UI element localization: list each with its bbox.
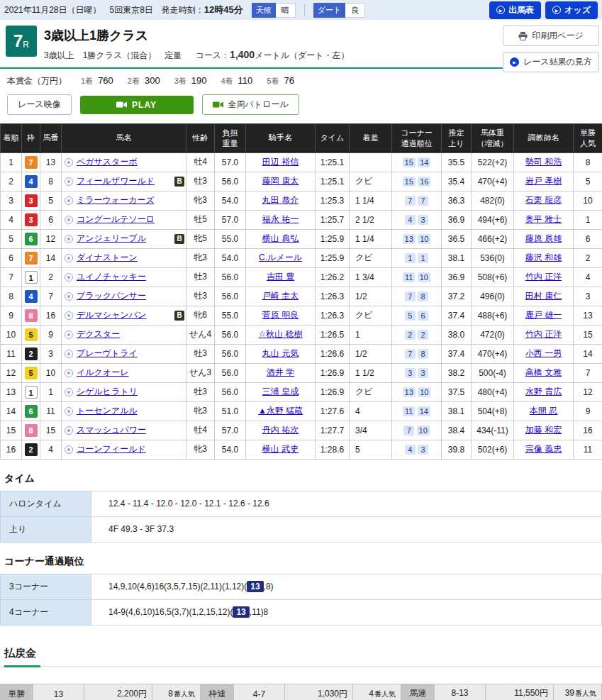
- horse-name-link[interactable]: コングールテソーロ: [77, 213, 155, 226]
- trainer-link[interactable]: 田村 康仁: [525, 291, 562, 301]
- blinker-badge: B: [174, 311, 184, 321]
- jockey-link[interactable]: 丸山 元気: [262, 348, 299, 358]
- frame-number-badge: 5: [25, 367, 38, 379]
- horse-name-link[interactable]: フィールザワールド: [77, 175, 155, 187]
- trainer-link[interactable]: 高橋 文雅: [525, 367, 562, 377]
- trainer-link[interactable]: 水野 貴広: [525, 387, 562, 396]
- jockey-cell: 横山 典弘: [246, 229, 316, 248]
- margin: 1 1/2: [350, 363, 392, 382]
- finish-time: 1:25.1: [316, 172, 350, 191]
- trainer-link[interactable]: 石栗 龍彦: [525, 195, 562, 205]
- horse-name-cell: イルクオーレ: [62, 363, 186, 382]
- trainer-link[interactable]: 勢司 和浩: [525, 157, 562, 167]
- prize-amount: 760: [98, 75, 113, 86]
- jockey-cell: 戸崎 圭太: [246, 287, 316, 306]
- odds-button[interactable]: ▶オッズ: [545, 1, 598, 19]
- trainer-link[interactable]: 竹内 正洋: [525, 272, 562, 282]
- jockey-cell: 三浦 皇成: [246, 382, 316, 401]
- finish-time: 1:26.9: [316, 363, 350, 382]
- carried-weight: 56.0: [215, 287, 246, 306]
- jockey-link[interactable]: 丹内 祐次: [262, 425, 299, 435]
- corner-pass-number: 10: [418, 272, 430, 282]
- sex-age: 牝5: [186, 229, 215, 248]
- patrol-button[interactable]: 全周パトロール: [202, 94, 299, 115]
- jockey-link[interactable]: C.ルメール: [259, 252, 302, 262]
- blinker-badge: B: [174, 177, 184, 187]
- jockey-link[interactable]: ▲永野 猛蔵: [258, 406, 303, 416]
- horse-name-link[interactable]: コーンフィールド: [77, 443, 146, 455]
- trainer-link[interactable]: 岩戸 孝樹: [525, 176, 562, 186]
- print-button[interactable]: 印刷用ページ: [503, 26, 599, 46]
- trainer-link[interactable]: 藤原 辰雄: [525, 233, 562, 243]
- results-header-row: 着順 枠 馬番 馬名 性齢 負担 重量 騎手名 タイム 着差 コーナー 通過順位…: [1, 124, 602, 153]
- horse-name-link[interactable]: シゲルヒラトリ: [77, 386, 138, 398]
- payout-table-bracket-wide: 枠連4-71,030円4番人気ワイド8-133,120円38番人気5-136,3…: [201, 684, 401, 700]
- jockey-link[interactable]: 横山 典弘: [262, 233, 299, 243]
- trainer-link[interactable]: 藤沢 和雄: [525, 252, 562, 262]
- jockey-link[interactable]: 田辺 裕信: [262, 157, 299, 167]
- margin: [350, 152, 392, 172]
- horse-number: 4: [40, 440, 62, 459]
- corner-order-text: ,11)8: [250, 607, 268, 617]
- jockey-link[interactable]: 吉田 豊: [267, 272, 294, 282]
- entries-button[interactable]: ▶出馬表: [489, 1, 541, 19]
- horse-name-cell: ブラックパンサー: [62, 287, 186, 306]
- corner-passing: 15 14: [392, 152, 442, 172]
- horse-weight: 494(+6): [472, 210, 514, 229]
- sex-age: 牡3: [186, 267, 215, 287]
- course-label: コース：: [196, 50, 230, 60]
- jockey-link[interactable]: 福永 祐一: [262, 214, 299, 224]
- horse-name-cell: ブレーヴトライ: [62, 344, 186, 363]
- horse-name-link[interactable]: トーセンアルル: [77, 405, 138, 417]
- trainer-link[interactable]: 竹内 正洋: [525, 329, 562, 339]
- horse-name-cell: ミラーウォーカーズ: [62, 191, 186, 210]
- trainer-link[interactable]: 本間 忍: [530, 406, 557, 416]
- finish-position: 13: [1, 382, 22, 401]
- trainer-link[interactable]: 鹿戸 雄一: [525, 310, 562, 320]
- horse-name-link[interactable]: ブレーヴトライ: [77, 348, 138, 360]
- horse-name-cell: デクスター: [62, 325, 186, 344]
- race-video-button[interactable]: レース映像: [7, 94, 72, 115]
- horse-name-link[interactable]: ペガサスターボ: [77, 156, 138, 168]
- trainer-link[interactable]: 奥平 雅士: [525, 214, 562, 224]
- horse-name-link[interactable]: デクスター: [77, 328, 120, 340]
- trainer-link[interactable]: 宗像 義忠: [525, 444, 562, 454]
- last-3f: 35.5: [442, 152, 472, 172]
- horse-name-link[interactable]: ミラーウォーカーズ: [77, 194, 155, 206]
- horse-name-link[interactable]: ユイノチャッキー: [77, 271, 146, 283]
- jockey-link[interactable]: 横山 武史: [262, 444, 299, 454]
- jockey-link[interactable]: 丸田 恭介: [262, 195, 299, 205]
- play-button[interactable]: PLAY: [80, 96, 194, 114]
- trainer-link[interactable]: 小西 一男: [525, 348, 562, 358]
- trainer-link[interactable]: 加藤 和宏: [525, 425, 562, 435]
- frame-number-badge: 6: [25, 233, 38, 245]
- finish-position: 10: [1, 325, 22, 344]
- horse-mark-icon: [65, 330, 73, 339]
- carried-weight: 56.0: [215, 382, 246, 401]
- weather-value: 晴: [276, 3, 296, 18]
- jockey-cell: 吉田 豊: [246, 267, 316, 287]
- entries-button-label: 出馬表: [508, 4, 534, 16]
- horse-mark-icon: [65, 196, 73, 205]
- prize-2nd: 2着300: [128, 75, 160, 87]
- horse-name-link[interactable]: デルマシャンバン: [77, 309, 146, 321]
- jockey-link[interactable]: 戸崎 圭太: [262, 291, 299, 301]
- horse-weight: 536(0): [472, 248, 514, 267]
- jockey-link[interactable]: 藤岡 康太: [262, 176, 299, 186]
- jockey-link[interactable]: 菅原 明良: [262, 310, 299, 320]
- jockey-link[interactable]: 三浦 皇成: [262, 387, 299, 396]
- arrow-circle-icon: ▶: [496, 6, 505, 14]
- jockey-link[interactable]: 酒井 学: [267, 367, 294, 377]
- horse-name-link[interactable]: ダイナストーン: [77, 252, 138, 264]
- header-jockey: 騎手名: [246, 124, 316, 153]
- jockey-link[interactable]: ☆秋山 稔樹: [258, 329, 302, 339]
- margin: 1/2: [350, 344, 392, 363]
- horse-name-link[interactable]: イルクオーレ: [77, 367, 128, 379]
- horse-name-link[interactable]: スマッシュパワー: [77, 424, 146, 436]
- print-button-label: 印刷用ページ: [532, 30, 584, 42]
- trainer-cell: 岩戸 孝樹: [514, 172, 574, 191]
- result-guide-button[interactable]: ▶ レース結果の見方: [503, 52, 599, 72]
- horse-name-link[interactable]: アンジェリーブル: [77, 233, 146, 245]
- horse-name-link[interactable]: ブラックパンサー: [77, 290, 146, 302]
- surface-label: ダート: [313, 3, 346, 18]
